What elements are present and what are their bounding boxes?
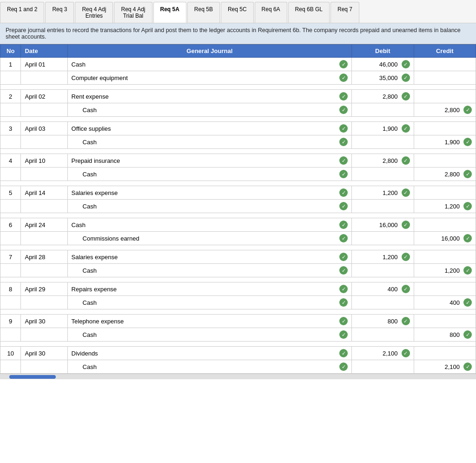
entry-no: 9 xyxy=(0,315,21,328)
check-icon: ✓ xyxy=(463,234,472,242)
check-icon: ✓ xyxy=(339,349,348,357)
entry-account: Cash✓ xyxy=(67,168,352,181)
tab-req5b[interactable]: Req 5B xyxy=(187,2,220,23)
entry-no xyxy=(0,71,21,85)
tab-req5c[interactable]: Req 5C xyxy=(221,2,254,23)
entry-debit: 1,200✓ xyxy=(352,250,414,264)
entry-debit xyxy=(352,264,414,277)
entry-no: 10 xyxy=(0,347,21,360)
entry-account: Cash✓ xyxy=(67,264,352,277)
check-icon: ✓ xyxy=(339,330,348,339)
check-icon: ✓ xyxy=(339,60,348,68)
entry-debit: 800✓ xyxy=(352,315,414,328)
check-icon: ✓ xyxy=(339,253,348,261)
entry-debit xyxy=(352,232,414,245)
entry-credit xyxy=(414,250,476,264)
entry-no: 7 xyxy=(0,250,21,264)
entry-no xyxy=(0,135,21,149)
entry-debit: 16,000✓ xyxy=(352,218,414,232)
entry-account: Computer equipment✓ xyxy=(67,71,352,85)
check-icon: ✓ xyxy=(463,138,472,146)
check-icon: ✓ xyxy=(402,60,410,68)
entry-credit: 1,900✓ xyxy=(414,135,476,149)
check-icon: ✓ xyxy=(463,330,472,339)
entry-date xyxy=(21,71,67,85)
entry-account: Repairs expense✓ xyxy=(67,282,352,296)
entry-debit: 2,100✓ xyxy=(352,347,414,360)
entry-credit: 1,200✓ xyxy=(414,264,476,277)
check-icon: ✓ xyxy=(402,285,410,293)
journal-table: No Date General Journal Debit Credit 1Ap… xyxy=(0,44,476,374)
table-row: Cash✓1,900✓ xyxy=(0,135,476,149)
check-icon: ✓ xyxy=(339,188,348,197)
check-icon: ✓ xyxy=(339,92,348,101)
entry-date xyxy=(21,103,67,117)
check-icon: ✓ xyxy=(339,298,348,307)
entry-debit xyxy=(352,296,414,309)
entry-date: April 10 xyxy=(21,154,67,168)
entry-date: April 02 xyxy=(21,90,67,103)
entry-account: Cash✓ xyxy=(67,328,352,342)
entry-date: April 29 xyxy=(21,282,67,296)
table-row: 3April 03Office supplies✓1,900✓ xyxy=(0,122,476,135)
table-row: 9April 30Telephone expense✓800✓ xyxy=(0,315,476,328)
entry-account: Office supplies✓ xyxy=(67,122,352,135)
entry-date xyxy=(21,360,67,374)
entry-no xyxy=(0,296,21,309)
entry-credit xyxy=(414,71,476,85)
spacer-row xyxy=(0,277,476,282)
scrollbar-thumb[interactable] xyxy=(9,375,56,379)
entry-credit: 2,800✓ xyxy=(414,168,476,181)
entry-date xyxy=(21,232,67,245)
check-icon: ✓ xyxy=(402,188,410,197)
tab-req4-adj-trial-bal[interactable]: Req 4 AdjTrial Bal xyxy=(114,2,152,23)
entry-no xyxy=(0,360,21,374)
check-icon: ✓ xyxy=(339,124,348,133)
tab-req3[interactable]: Req 3 xyxy=(45,2,74,23)
entry-credit xyxy=(414,90,476,103)
entry-debit: 46,000✓ xyxy=(352,58,414,71)
tab-req4-adj-entries[interactable]: Req 4 AdjEntries xyxy=(75,2,113,23)
table-row: Computer equipment✓35,000✓ xyxy=(0,71,476,85)
tab-req6b-gl[interactable]: Req 6B GL xyxy=(288,2,330,23)
entry-debit xyxy=(352,360,414,374)
entry-debit xyxy=(352,168,414,181)
entry-no: 5 xyxy=(0,186,21,200)
entry-account: Rent expense✓ xyxy=(67,90,352,103)
tab-req6a[interactable]: Req 6A xyxy=(255,2,287,23)
spacer-row xyxy=(0,309,476,315)
entry-credit: 1,200✓ xyxy=(414,200,476,213)
entry-account: Cash✓ xyxy=(67,135,352,149)
spacer-row xyxy=(0,149,476,154)
table-row: Cash✓2,800✓ xyxy=(0,103,476,117)
table-row: 6April 24Cash✓16,000✓ xyxy=(0,218,476,232)
table-row: Cash✓2,100✓ xyxy=(0,360,476,374)
entry-date: April 14 xyxy=(21,186,67,200)
table-row: 10April 30Dividends✓2,100✓ xyxy=(0,347,476,360)
check-icon: ✓ xyxy=(402,92,410,101)
entry-credit xyxy=(414,347,476,360)
header-no: No xyxy=(0,45,21,58)
entry-credit: 400✓ xyxy=(414,296,476,309)
entry-date xyxy=(21,264,67,277)
entry-no: 1 xyxy=(0,58,21,71)
tab-req7[interactable]: Req 7 xyxy=(331,2,359,23)
entry-no xyxy=(0,232,21,245)
tab-req5a[interactable]: Req 5A xyxy=(153,2,186,23)
entry-debit: 2,800✓ xyxy=(352,154,414,168)
table-row: Commissions earned✓16,000✓ xyxy=(0,232,476,245)
entry-date: April 01 xyxy=(21,58,67,71)
check-icon: ✓ xyxy=(402,349,410,357)
check-icon: ✓ xyxy=(463,362,472,371)
entry-debit: 1,200✓ xyxy=(352,186,414,200)
spacer-row xyxy=(0,85,476,90)
description-bar: Prepare journal entries to record the tr… xyxy=(0,23,476,44)
tab-req1and2[interactable]: Req 1 and 2 xyxy=(0,2,44,23)
check-icon: ✓ xyxy=(402,124,410,133)
entry-credit xyxy=(414,186,476,200)
entry-credit xyxy=(414,282,476,296)
scrollbar[interactable] xyxy=(0,374,476,379)
entry-account: Prepaid insurance✓ xyxy=(67,154,352,168)
entry-date: April 03 xyxy=(21,122,67,135)
entry-date xyxy=(21,168,67,181)
